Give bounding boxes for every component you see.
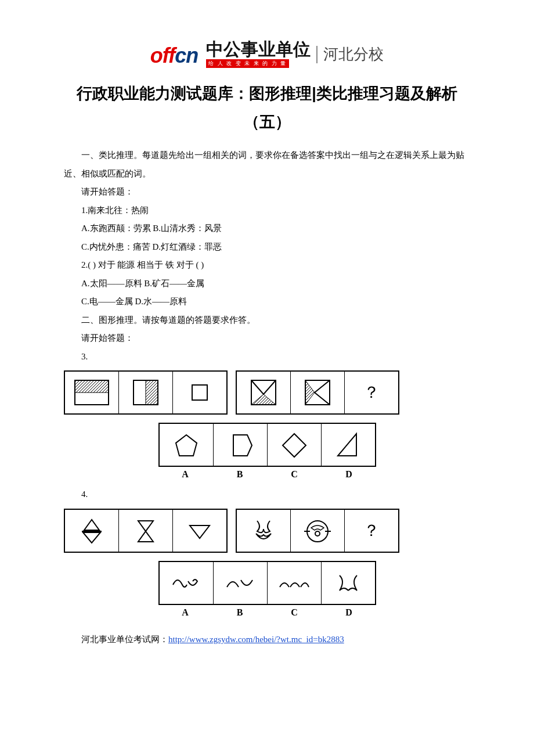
- logo-header: offcn 中公事业单位 给 人 改 变 未 来 的 力 量 河北分校: [64, 41, 470, 68]
- q1-option-line1: A.东跑西颠：劳累 B.山清水秀：风景: [64, 219, 470, 238]
- q2-option-line2: C.电——金属 D.水——原料: [64, 293, 470, 311]
- footer-link[interactable]: http://www.zgsydw.com/hebei/?wt.mc_id=bk…: [168, 635, 344, 644]
- q4-group-2: ？: [236, 509, 399, 553]
- brand-zh: 中公事业单位: [206, 41, 311, 58]
- q4-choices: [158, 561, 376, 605]
- svg-rect-1: [75, 380, 109, 393]
- q3-group-1: [64, 370, 228, 415]
- q4-choice-labels: A B C D: [64, 607, 470, 618]
- q4-cell-1: [65, 510, 119, 552]
- q4-cell-5: [291, 510, 345, 552]
- q3-choice-d: [322, 424, 375, 466]
- q4-choice-b: [214, 562, 268, 604]
- q3-choice-c: [268, 424, 322, 466]
- q3-cell-3: [173, 372, 226, 413]
- q4-num: 4.: [64, 485, 470, 504]
- svg-rect-3: [146, 380, 158, 405]
- q3-num: 3.: [64, 348, 470, 366]
- branch-name: 河北分校: [316, 46, 384, 63]
- q3-group-2: ？: [236, 370, 399, 415]
- q3-cell-1: [65, 372, 119, 413]
- footer-label: 河北事业单位考试网：: [81, 635, 168, 644]
- q3-cell-4: [237, 372, 291, 413]
- svg-point-9: [315, 531, 320, 536]
- q4-choice-d: [322, 562, 375, 604]
- page-title: 行政职业能力测试题库：图形推理|类比推理习题及解析（五）: [64, 80, 470, 136]
- body-content: 一、类比推理。每道题先给出一组相关的词，要求你在备选答案中找出一组与之在逻辑关系…: [64, 146, 470, 366]
- q1-stem: 1.南来北往：热闹: [64, 201, 470, 220]
- svg-rect-4: [192, 385, 207, 400]
- q3-cell-qmark: ？: [345, 372, 398, 413]
- begin-note-1: 请开始答题：: [64, 183, 470, 201]
- q3-cell-2: [119, 372, 173, 413]
- q4-cell-3: [173, 510, 226, 552]
- q1-option-line2: C.内忧外患：痛苦 D.灯红酒绿：罪恶: [64, 238, 470, 257]
- q3-cell-5: [291, 372, 345, 413]
- q2-option-line1: A.太阳——原料 B.矿石——金属: [64, 275, 470, 293]
- begin-note-2: 请开始答题：: [64, 329, 470, 348]
- brand-logo: offcn 中公事业单位 给 人 改 变 未 来 的 力 量: [150, 41, 311, 68]
- brand-slogan: 给 人 改 变 未 来 的 力 量: [206, 59, 289, 68]
- q4-cell-4: [237, 510, 291, 552]
- document-page: offcn 中公事业单位 给 人 改 变 未 来 的 力 量 河北分校 行政职业…: [0, 0, 534, 680]
- q3-choice-b: [214, 424, 268, 466]
- footer: 河北事业单位考试网：http://www.zgsydw.com/hebei/?w…: [64, 634, 470, 645]
- q4-group-1: [64, 509, 228, 553]
- q2-stem: 2.( ) 对于 能源 相当于 铁 对于 ( ): [64, 256, 470, 275]
- q4-figure: ？: [64, 509, 470, 618]
- brand-en: offcn: [150, 44, 198, 68]
- q3-choices: [158, 423, 376, 467]
- q4-num-wrap: 4.: [64, 485, 470, 504]
- section2-intro: 二、图形推理。请按每道题的答题要求作答。: [64, 311, 470, 330]
- q4-cell-qmark: ？: [345, 510, 398, 552]
- q4-choice-a: [160, 562, 214, 604]
- section1-intro: 一、类比推理。每道题先给出一组相关的词，要求你在备选答案中找出一组与之在逻辑关系…: [64, 146, 470, 183]
- q3-choice-a: [160, 424, 214, 466]
- q3-choice-labels: A B C D: [64, 469, 470, 480]
- q4-choice-c: [268, 562, 322, 604]
- q3-figure: ？: [64, 370, 470, 480]
- q4-cell-2: [119, 510, 173, 552]
